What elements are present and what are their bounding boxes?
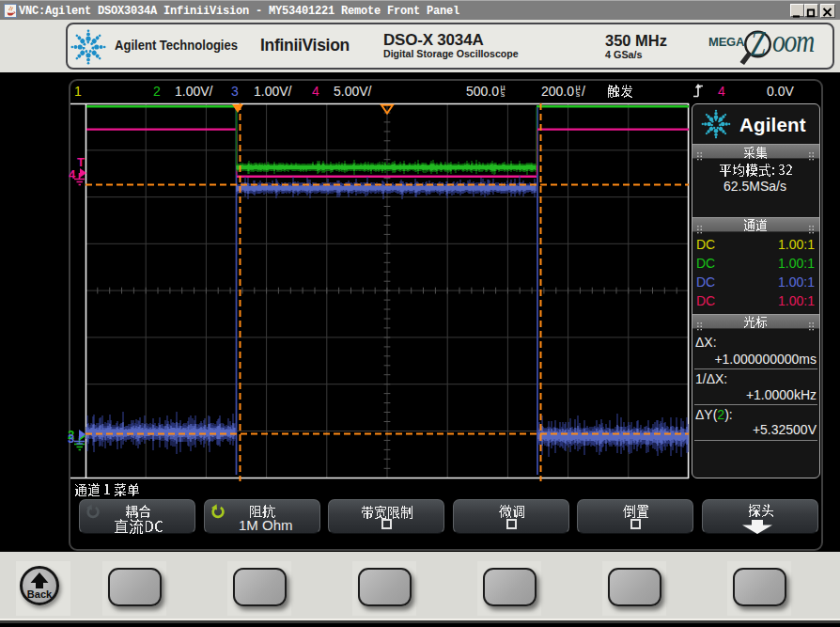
svg-text:oom: oom [772,24,814,59]
svg-text:Z: Z [750,24,766,63]
svg-text:Back: Back [27,588,53,600]
svg-text:3: 3 [68,431,74,446]
svg-text:T: T [77,155,85,169]
